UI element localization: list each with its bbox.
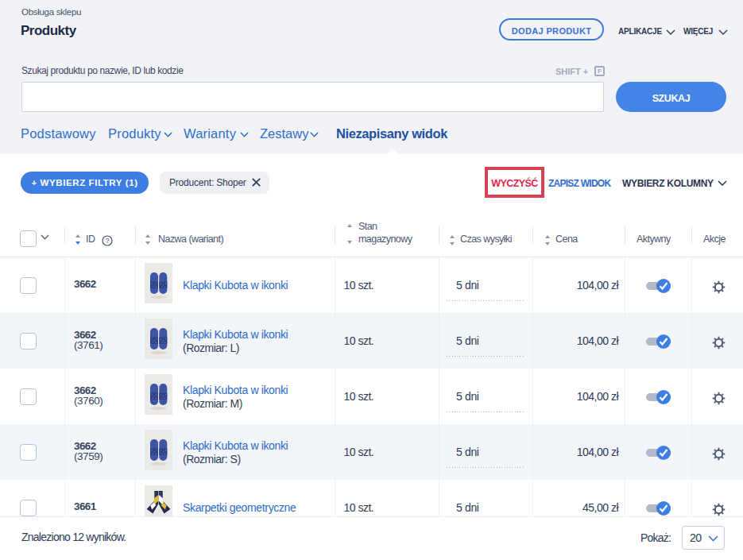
svg-text:?: ? — [106, 237, 110, 245]
